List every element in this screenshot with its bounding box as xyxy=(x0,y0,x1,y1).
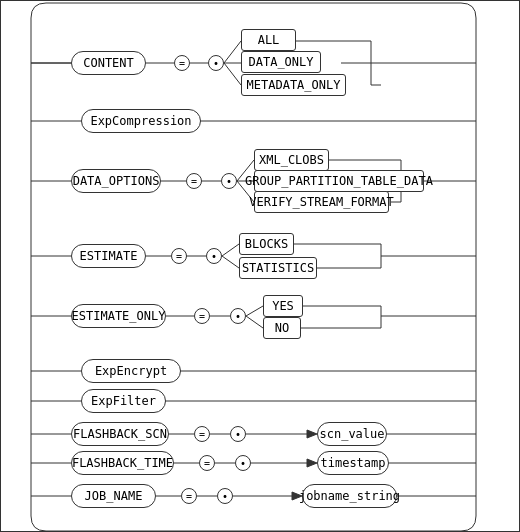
data-only-option: DATA_ONLY xyxy=(241,51,321,73)
flashback-time-dot-circle: • xyxy=(235,455,251,471)
group-partition-option: GROUP_PARTITION_TABLE_DATA xyxy=(254,170,424,192)
estimate-equals-circle: = xyxy=(171,248,187,264)
timestamp-node: timestamp xyxy=(317,451,389,475)
svg-line-38 xyxy=(246,306,263,316)
svg-marker-59 xyxy=(307,459,317,467)
xml-clobs-option: XML_CLOBS xyxy=(254,149,329,171)
blocks-option: BLOCKS xyxy=(239,233,294,255)
flashback-scn-dot-circle: • xyxy=(230,426,246,442)
metadata-only-option: METADATA_ONLY xyxy=(241,74,346,96)
jobname-string-node: jobname_string xyxy=(302,484,397,508)
svg-line-39 xyxy=(246,316,263,328)
scn-value-node: scn_value xyxy=(317,422,387,446)
content-node: CONTENT xyxy=(71,51,146,75)
data-options-node: DATA_OPTIONS xyxy=(71,169,161,193)
exp-filter-node: ExpFilter xyxy=(81,389,166,413)
data-options-equals-circle: = xyxy=(186,173,202,189)
estimate-only-equals-circle: = xyxy=(194,308,210,324)
job-name-dot-circle: • xyxy=(217,488,233,504)
svg-line-30 xyxy=(222,256,239,268)
estimate-dot-circle: • xyxy=(206,248,222,264)
flashback-scn-node: FLASHBACK_SCN xyxy=(71,422,169,446)
verify-stream-option: VERIFY_STREAM_FORMAT xyxy=(254,191,389,213)
flashback-scn-equals-circle: = xyxy=(194,426,210,442)
estimate-node: ESTIMATE xyxy=(71,244,146,268)
yes-option: YES xyxy=(263,295,303,317)
svg-line-29 xyxy=(222,244,239,256)
no-option: NO xyxy=(263,317,301,339)
job-name-node: JOB_NAME xyxy=(71,484,156,508)
flashback-time-equals-circle: = xyxy=(199,455,215,471)
estimate-only-dot-circle: • xyxy=(230,308,246,324)
estimate-only-node: ESTIMATE_ONLY xyxy=(71,304,166,328)
exp-compression-node: ExpCompression xyxy=(81,109,201,133)
content-equals-circle: = xyxy=(174,55,190,71)
svg-marker-53 xyxy=(307,430,317,438)
exp-encrypt-node: ExpEncrypt xyxy=(81,359,181,383)
all-option: ALL xyxy=(241,29,296,51)
svg-line-4 xyxy=(224,41,241,63)
flashback-time-node: FLASHBACK_TIME xyxy=(71,451,174,475)
statistics-option: STATISTICS xyxy=(239,257,317,279)
content-dot-circle: • xyxy=(208,55,224,71)
job-name-equals-circle: = xyxy=(181,488,197,504)
diagram-container: CONTENT = • ALL DATA_ONLY METADATA_ONLY … xyxy=(0,0,520,532)
data-options-dot-circle: • xyxy=(221,173,237,189)
svg-line-6 xyxy=(224,63,241,85)
